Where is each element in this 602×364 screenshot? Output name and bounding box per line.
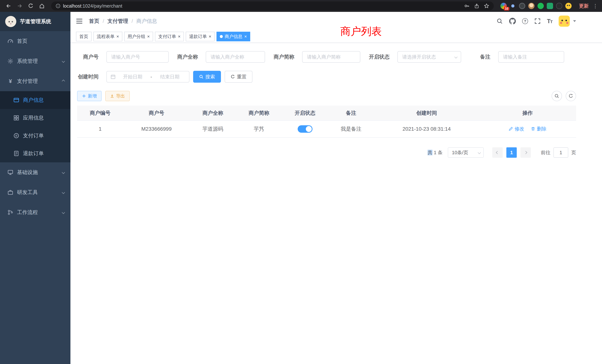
prev-page-button[interactable] (492, 147, 503, 158)
refresh-icon (231, 75, 235, 79)
breadcrumb-current: 商户信息 (136, 18, 157, 25)
page-size-select[interactable]: 10条/页 (448, 147, 484, 158)
workflow-icon (7, 209, 13, 215)
full-name-input[interactable] (206, 51, 265, 63)
browser-home-icon[interactable] (37, 1, 47, 11)
merchant-no-input[interactable] (106, 51, 169, 63)
chevron-down-icon (62, 191, 65, 194)
gear-icon (7, 58, 13, 64)
chrome-update-button[interactable]: 更新 (579, 3, 589, 9)
tab-home[interactable]: 首页 (76, 32, 92, 41)
remark-input[interactable] (498, 51, 564, 63)
bookmark-star-icon[interactable] (484, 3, 489, 9)
edit-button[interactable]: 修改 (509, 126, 524, 132)
dashboard-icon (7, 38, 13, 44)
monitor-icon (7, 169, 13, 175)
extension-icon[interactable] (510, 3, 516, 9)
avatar-caret-icon[interactable] (573, 20, 576, 22)
sidebar-item-dev-tools[interactable]: 研发工具 (0, 182, 70, 202)
extension-icon[interactable]: 10 (500, 3, 507, 9)
font-size-icon[interactable]: TT (547, 18, 552, 25)
refresh-table-button[interactable] (566, 91, 576, 101)
user-avatar[interactable] (559, 16, 570, 27)
sidebar-item-refund-order[interactable]: 退款订单 (0, 145, 70, 162)
yen-icon: ¥ (7, 78, 13, 84)
close-icon[interactable]: × (244, 34, 247, 39)
next-page-button[interactable] (520, 147, 531, 158)
tab-merchant-info[interactable]: 商户信息× (216, 32, 250, 41)
add-button[interactable]: 新增 (77, 91, 102, 101)
url-text: localhost:1024/pay/merchant (63, 3, 122, 9)
chevron-down-icon (62, 211, 65, 214)
page-content: 商户号 商户全称 商户简称 开启状态 请选择开启状态 (70, 43, 602, 364)
document-icon (13, 150, 19, 156)
site-info-icon[interactable] (56, 3, 60, 8)
close-icon[interactable]: × (209, 34, 211, 39)
grid-icon (13, 115, 19, 121)
tab-user-group[interactable]: 用户分组× (124, 32, 153, 41)
create-time-range-picker[interactable]: 开始日期 - 结束日期 (106, 71, 189, 83)
sidebar-item-system[interactable]: 系统管理 (0, 51, 70, 71)
github-icon[interactable] (509, 18, 516, 24)
tags-view-bar: 首页 流程表单× 用户分组× 支付订单× 退款订单× 商户信息× (70, 30, 602, 43)
sidebar-item-workflow[interactable]: 工作流程 (0, 202, 70, 222)
merchant-no-label: 商户号 (77, 53, 99, 60)
extension-icon[interactable] (565, 3, 572, 9)
goto-page-input[interactable] (553, 147, 568, 158)
reset-button[interactable]: 重置 (225, 71, 252, 83)
password-key-icon[interactable] (464, 3, 470, 9)
chevron-down-icon (478, 151, 481, 154)
delete-button[interactable]: 删除 (531, 126, 546, 132)
address-bar[interactable]: localhost:1024/pay/merchant (51, 1, 494, 10)
status-toggle[interactable] (298, 125, 312, 133)
browser-reload-icon[interactable] (26, 1, 36, 11)
fullscreen-icon[interactable] (534, 18, 541, 24)
extension-icon[interactable] (556, 3, 562, 9)
status-select[interactable]: 请选择开启状态 (397, 51, 461, 63)
search-button[interactable]: 搜索 (193, 71, 221, 83)
browser-back-icon[interactable] (4, 1, 13, 11)
page-number-button[interactable]: 1 (506, 147, 517, 158)
extension-icon[interactable] (519, 3, 525, 9)
short-name-input[interactable] (302, 51, 360, 63)
breadcrumb-home[interactable]: 首页 (89, 18, 99, 25)
extension-icon[interactable] (538, 3, 544, 9)
browser-menu-icon[interactable]: ⋮ (592, 3, 598, 9)
close-icon[interactable]: × (116, 34, 119, 39)
logo-image (5, 16, 16, 27)
trash-icon (531, 127, 535, 131)
chevron-right-icon (524, 151, 527, 154)
close-icon[interactable]: × (178, 34, 181, 39)
toggle-search-button[interactable] (552, 91, 562, 101)
merchant-table: 商户编号 商户号 商户全称 商户简称 开启状态 备注 创建时间 操作 1 M23… (77, 106, 576, 138)
hamburger-icon[interactable] (76, 17, 83, 25)
sidebar-item-pay-order[interactable]: 支付订单 (0, 127, 70, 145)
sidebar-item-home[interactable]: 首页 (0, 31, 70, 51)
browser-forward-icon[interactable] (15, 1, 24, 11)
export-button[interactable]: 导出 (105, 91, 130, 101)
tab-process-form[interactable]: 流程表单× (93, 32, 122, 41)
end-date-placeholder: 结束日期 (154, 74, 185, 80)
table-header-row: 商户编号 商户号 商户全称 商户简称 开启状态 备注 创建时间 操作 (77, 106, 576, 120)
breadcrumb-section[interactable]: 支付管理 (108, 18, 128, 25)
sidebar-item-app-info[interactable]: 应用信息 (0, 109, 70, 127)
share-icon[interactable] (474, 3, 479, 9)
chevron-up-icon (62, 80, 65, 83)
cell-merchant-no: M233666999 (123, 120, 190, 138)
help-icon[interactable]: ? (522, 18, 528, 24)
sidebar-item-infrastructure[interactable]: 基础设施 (0, 162, 70, 182)
sidebar-item-payment[interactable]: ¥ 支付管理 (0, 71, 70, 91)
search-icon[interactable] (496, 18, 503, 24)
sidebar-menu: 首页 系统管理 ¥ 支付管理 商户信息 应用信息 (0, 31, 70, 222)
tab-pay-order[interactable]: 支付订单× (155, 32, 184, 41)
create-time-label: 创建时间 (77, 73, 99, 80)
tab-refund-order[interactable]: 退款订单× (186, 32, 215, 41)
extension-badge: 10 (504, 7, 509, 11)
sidebar-item-merchant-info[interactable]: 商户信息 (0, 91, 70, 109)
app-title: 芋道管理系统 (20, 18, 51, 25)
extension-icon[interactable] (547, 3, 553, 9)
edit-pencil-icon (509, 127, 513, 131)
close-icon[interactable]: × (147, 34, 150, 39)
short-name-label: 商户简称 (273, 53, 294, 60)
extension-icon[interactable] (528, 3, 535, 9)
